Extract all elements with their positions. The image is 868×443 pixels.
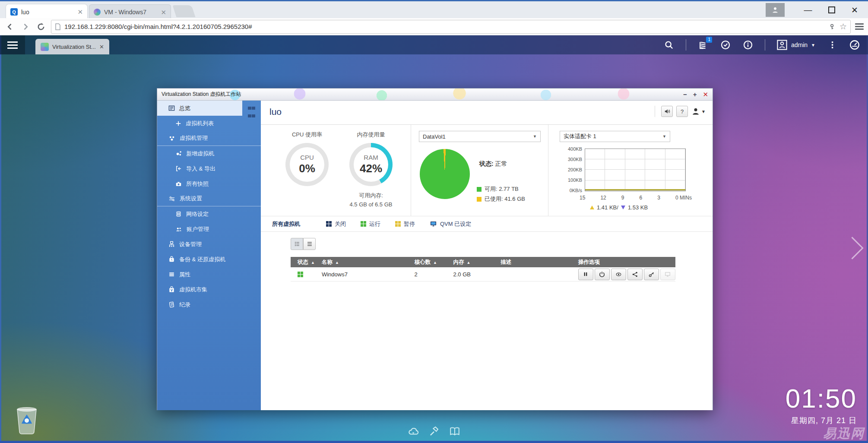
reload-button[interactable] (35, 21, 47, 32)
new-tab-button[interactable] (172, 5, 195, 17)
sort-asc-icon[interactable]: ▲ (466, 260, 470, 265)
list-simple-view-button[interactable] (303, 238, 316, 250)
audio-button[interactable] (661, 106, 673, 117)
clock-date: 星期四, 7月 21 日 (786, 415, 857, 426)
more-options-button[interactable] (827, 39, 838, 51)
virtualization-station-window: Virtualization Station 虚拟机工作站 − + ✕ 总览 虚… (157, 88, 713, 410)
resource-monitor-button[interactable] (849, 39, 860, 51)
next-desktop-chevron-icon[interactable] (841, 237, 863, 259)
y-tick: 0KB/s (570, 188, 582, 193)
list-detail-view-button[interactable] (291, 238, 303, 250)
forward-button[interactable] (20, 21, 31, 32)
col-description[interactable]: 描述 (494, 257, 571, 267)
snapshot-camera-icon (175, 181, 182, 187)
pause-vm-button[interactable] (578, 269, 593, 280)
background-tasks-button[interactable] (720, 39, 731, 51)
sidebar-item-vm-management[interactable]: 虚拟机管理 (157, 131, 261, 146)
recycle-bin[interactable] (13, 405, 41, 435)
browser-tab-luo[interactable]: luo ✕ (6, 4, 87, 19)
sidebar-item-overview[interactable]: 总览 (157, 101, 242, 116)
col-cores[interactable]: 核心数▲ (408, 257, 447, 267)
settings-vm-button[interactable] (644, 269, 659, 280)
filter-all-vms[interactable]: 所有虚拟机 (272, 220, 300, 228)
network-adapter-select[interactable]: 实体适配卡 1 ▼ (560, 131, 670, 142)
sidebar-item-system-settings[interactable]: 系统设置 (157, 191, 261, 206)
tab-close-icon[interactable]: ✕ (161, 9, 166, 16)
browser-tabstrip: luo ✕ VM - Windows7 ✕ — ✕ (0, 0, 868, 18)
vs-close-button[interactable]: ✕ (703, 91, 708, 98)
vm-table-row-windows7[interactable]: Windows7 2 2.0 GB (291, 267, 675, 282)
cpu-ram-panel: CPU 使用率 CPU 0% 内存使用量 RAM 42% (261, 125, 411, 216)
info-button[interactable] (742, 39, 754, 51)
vm-name[interactable]: Windows7 (315, 267, 408, 282)
sidebar-item-vm-marketplace[interactable]: 虚拟机市集 (157, 282, 261, 297)
app-tab-close-icon[interactable]: ✕ (99, 44, 104, 50)
filter-label: 关闭 (335, 220, 346, 228)
search-button[interactable] (663, 39, 675, 51)
vm-user-menu[interactable]: ▼ (691, 107, 706, 116)
sidebar-item-properties[interactable]: 属性 (157, 267, 261, 282)
console-view-button[interactable] (611, 269, 626, 280)
y-tick: 200KB (568, 167, 582, 172)
col-memory[interactable]: 内存▲ (446, 257, 494, 267)
window-minimize-button[interactable]: — (797, 3, 819, 17)
sidebar-label: 属性 (179, 271, 190, 278)
divider (655, 106, 655, 117)
filter-paused[interactable]: 暂停 (395, 220, 415, 228)
col-name[interactable]: 名称▲ (315, 257, 408, 267)
address-bar[interactable]: 192.168.1.229:8080/cgi-bin/main.html?4.2… (51, 20, 851, 34)
vs-maximize-button[interactable]: + (693, 91, 697, 98)
hammer-icon[interactable] (428, 426, 440, 437)
ram-ring: RAM 42% (349, 143, 393, 186)
ram-value: 42% (360, 162, 382, 175)
chrome-menu-button[interactable] (855, 22, 864, 31)
col-status[interactable]: 状态▲ (291, 257, 315, 267)
chrome-profile-avatar[interactable] (766, 3, 785, 17)
sort-asc-icon[interactable]: ▲ (335, 260, 339, 265)
sidebar-item-create-vm[interactable]: 新增虚拟机 (157, 146, 261, 161)
info-icon (743, 40, 753, 50)
bookmark-star-icon[interactable]: ☆ (839, 22, 847, 31)
sort-asc-icon[interactable]: ▲ (311, 260, 315, 265)
url-text[interactable]: 192.168.1.229:8080/cgi-bin/main.html?4.2… (64, 23, 826, 30)
sidebar-item-import-export[interactable]: 导入 & 导出 (157, 161, 261, 176)
sidebar-item-snapshots[interactable]: 所有快照 (157, 176, 261, 191)
sort-asc-icon[interactable]: ▲ (433, 260, 437, 265)
sidebar-item-logs[interactable]: 纪录 (157, 297, 261, 312)
power-vm-button[interactable] (595, 269, 610, 280)
manual-book-icon[interactable] (449, 426, 460, 437)
window-close-button[interactable]: ✕ (843, 3, 866, 17)
volume-select[interactable]: DataVol1 ▼ (419, 131, 541, 142)
back-button[interactable] (4, 21, 16, 32)
vs-window-titlebar[interactable]: Virtualization Station 虚拟机工作站 − + ✕ (157, 89, 713, 101)
share-vm-button[interactable] (627, 269, 643, 280)
help-button[interactable]: ? (676, 106, 688, 117)
market-bag-icon (168, 286, 175, 293)
sidebar-item-account-management[interactable]: 账户管理 (157, 222, 261, 237)
cloud-sync-icon[interactable] (408, 426, 419, 437)
key-icon[interactable] (830, 23, 836, 30)
sidebar-item-backup-restore[interactable]: 备份 & 还原虚拟机 (157, 252, 261, 267)
tab-close-icon[interactable]: ✕ (77, 9, 83, 15)
sidebar-collapse-button[interactable] (248, 104, 257, 112)
sidebar-item-device-management[interactable]: 设备管理 (157, 237, 261, 252)
notifications-button[interactable]: 1 (697, 39, 709, 51)
cpu-value: 0% (299, 162, 315, 175)
app-tab-virtualization-station[interactable]: Virtualization St... ✕ (35, 39, 109, 54)
vs-minimize-button[interactable]: − (683, 91, 687, 98)
sidebar-item-network-settings[interactable]: 网络设定 (157, 206, 261, 222)
user-menu[interactable]: admin ▼ (776, 39, 815, 51)
window-maximize-button[interactable] (820, 3, 843, 17)
main-menu-button[interactable] (0, 35, 25, 54)
filter-qvm[interactable]: QVM 已设定 (430, 220, 471, 228)
overview-icon (168, 105, 175, 111)
filter-running[interactable]: 运行 (361, 220, 380, 228)
bottom-edge-strip (0, 441, 868, 443)
filter-stopped[interactable]: 关闭 (326, 220, 346, 228)
qnap-top-bar: Virtualization St... ✕ 1 admin ▼ (0, 35, 868, 54)
x-tick: 9 (621, 195, 624, 201)
browser-tab-vm[interactable]: VM - Windows7 ✕ (89, 4, 171, 19)
volume-select-value: DataVol1 (423, 133, 446, 140)
sidebar-item-vm-list[interactable]: 虚拟机列表 (157, 116, 261, 131)
cpu-tag: CPU (300, 154, 314, 161)
